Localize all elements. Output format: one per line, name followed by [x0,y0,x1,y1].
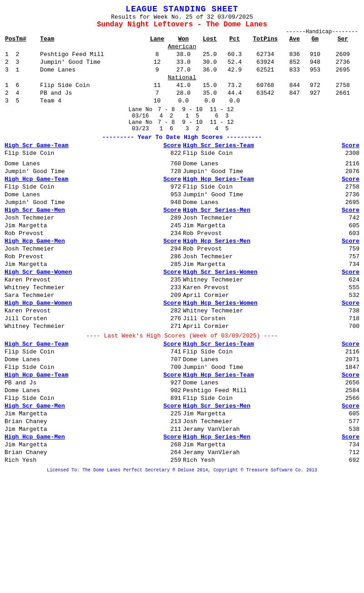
page-container: LEAGUE STANDING SHEET Results for Week N… [4,5,360,473]
lane-schedule-row1: Lane No 7 - 8 9 - 10 11 - 12 [126,107,238,113]
col-lane: Lane [144,35,170,43]
col-postm: PosTm# [4,35,39,43]
lane-schedule-row2: 03/16 4 2 1 5 6 3 [126,113,238,119]
team-row-6: 3 5 Team 4 10 0.0 0.0 0.0 [4,97,360,105]
col-won: Won [170,35,197,43]
team-row-2: 2 3 Jumpin' Good Time 12 33.0 30.0 52.4 … [4,58,360,66]
col-ave: Ave [284,35,305,43]
col-gm: Gm [305,35,325,43]
lw-scr-men-table: High Scr Game-Men Score High Scr Series-… [4,402,360,433]
team-row-5: 2 4 PB and Js 7 28.0 35.0 44.4 63542 847… [4,89,360,97]
lane-schedule-row3: Lane No 7 - 8 9 - 10 11 - 12 [126,119,238,126]
ytd-scr-team-table: High Scr Game-Team Score High Scr Series… [4,142,360,175]
division-american-header: American [4,43,360,51]
lw-scr-team-table: High Scr Game-Team Score High Scr Series… [4,340,360,371]
ytd-hcp-men-table: High Hcp Game-Men Score High Hcp Series-… [4,237,360,268]
page-title: LEAGUE STANDING SHEET [4,5,360,14]
standings-table: PosTm# Team Lane Won Lost Pct TotPins Av… [4,35,360,105]
subtitle: Results for Week No. 25 of 32 03/09/2025 [4,14,360,20]
ytd-hcp-women-table: High Hcp Game-Women Score High Hcp Serie… [4,299,360,330]
col-totpins: TotPins [246,35,284,43]
ytd-header: --------- Year To Date High Scores -----… [4,134,360,141]
footer: Licensed To: The Dome Lanes Perfect Secr… [4,468,360,473]
col-ser: Ser [325,35,360,43]
lw-hcp-men-table: High Hcp Game-Men Score High Hcp Series-… [4,433,360,464]
team-row-4: 1 6 Flip Side Coin 11 41.0 15.0 73.2 607… [4,82,360,89]
ytd-scr-men-table: High Scr Game-Men Score High Scr Series-… [4,206,360,237]
last-week-header: ---- Last Week's High Scores (Week of 03… [4,332,360,339]
lane-schedule: Lane No 7 - 8 9 - 10 11 - 12 03/16 4 2 1… [4,107,360,132]
lane-schedule-row4: 03/23 1 6 3 2 4 5 [126,126,238,132]
division-national-header: National [4,74,360,82]
column-header-row: PosTm# Team Lane Won Lost Pct TotPins Av… [4,35,360,43]
team-row-1: 1 2 Peshtigo Feed Mill 8 38.0 25.0 60.3 … [4,51,360,58]
league-name: Sunday Night Leftovers - The Dome Lanes [4,20,360,29]
col-pct: Pct [223,35,246,43]
ytd-hcp-team-table: High Hcp Game-Team Score High Hcp Series… [4,175,360,206]
col-team: Team [39,35,144,43]
team-row-3: 3 1 Dome Lanes 9 27.0 36.0 42.9 62521 83… [4,66,360,74]
lw-hcp-team-table: High Hcp Game-Team Score High Hcp Series… [4,371,360,402]
col-lost: Lost [197,35,223,43]
ytd-scr-women-table: High Scr Game-Women Score High Scr Serie… [4,268,360,299]
last-week-scores-section: High Scr Game-Team Score High Scr Series… [4,340,360,464]
ytd-scores-section: High Scr Game-Team Score High Scr Series… [4,142,360,330]
handicap-label: ------Handicap-------- [4,29,360,35]
